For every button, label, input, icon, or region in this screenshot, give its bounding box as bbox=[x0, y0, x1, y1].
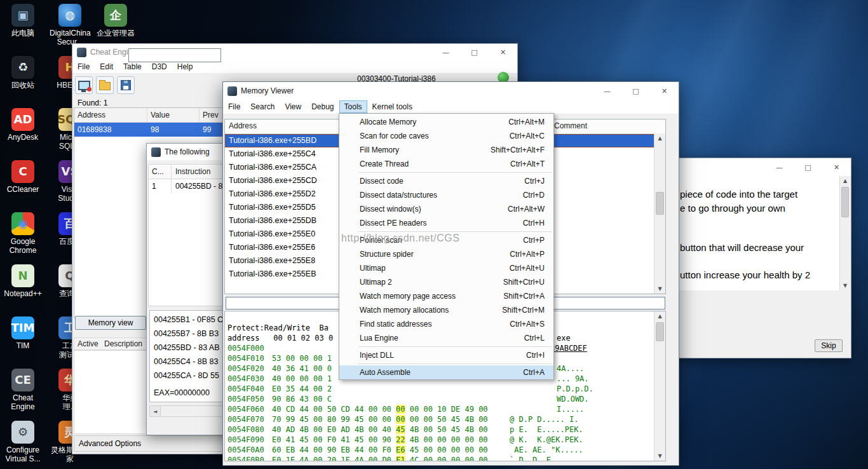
tutorial-text-line: utton increase your health by 2 bbox=[680, 269, 810, 280]
menu-item[interactable]: Search bbox=[245, 100, 280, 113]
menu-item[interactable]: D3D bbox=[147, 60, 172, 73]
minimize-button[interactable]: — bbox=[431, 44, 460, 60]
column-header-description[interactable]: Description bbox=[104, 339, 142, 348]
menu-item[interactable]: Edit bbox=[95, 60, 118, 73]
close-button[interactable]: ✕ bbox=[489, 44, 517, 60]
desktop-icon[interactable]: ⚙ Configure Virtual S... bbox=[3, 421, 43, 469]
column-header-value[interactable]: Value bbox=[147, 108, 200, 122]
menu-item[interactable]: Ultimap Ctrl+Alt+U bbox=[339, 261, 553, 275]
desktop-icon[interactable]: ♻ 回收站 bbox=[3, 56, 43, 105]
desktop-icon[interactable]: ◉ Google Chrome bbox=[3, 212, 43, 262]
tutorial-text-line: e to go through your own bbox=[680, 203, 785, 214]
desktop-icon-image: ◉ bbox=[11, 212, 34, 235]
desktop-icon[interactable]: N Notepad++ bbox=[3, 264, 43, 314]
desktop-icon-image: AD bbox=[11, 108, 34, 131]
menu-item[interactable]: Structure spider Ctrl+Alt+P bbox=[339, 247, 553, 261]
menu-item[interactable]: Debug bbox=[306, 100, 339, 113]
minimize-button[interactable]: — bbox=[765, 158, 794, 176]
desktop-root: { "watermark": "http://blog.csdn.net/CGS… bbox=[0, 0, 868, 469]
desktop-icon[interactable]: ▣ 此电脑 bbox=[3, 4, 43, 53]
menu-item-shortcut: Ctrl+L bbox=[524, 331, 545, 345]
menu-item[interactable]: Help bbox=[172, 60, 198, 73]
skip-button[interactable]: Skip bbox=[815, 339, 843, 352]
vertical-scrollbar[interactable]: ▲ ▼ bbox=[654, 311, 665, 461]
menu-item-shortcut: Ctrl+Alt+T bbox=[510, 157, 545, 171]
maximize-button[interactable]: □ bbox=[794, 158, 822, 176]
hex-row[interactable]: 0054F060 70 99 45 00 80 99 45 00 00 00 0… bbox=[225, 394, 665, 404]
desktop-icon[interactable]: C CCleaner bbox=[3, 160, 43, 210]
save-table-button[interactable] bbox=[117, 76, 135, 94]
close-button[interactable]: ✕ bbox=[822, 158, 851, 176]
desktop-icon-column-1: ▣ 此电脑 ♻ 回收站 AD AnyDesk C CCleaner ◉ Goog… bbox=[3, 4, 43, 469]
desktop-icon-label: Notepad++ bbox=[3, 289, 43, 298]
menu-item[interactable]: Lua Engine Ctrl+L bbox=[339, 331, 553, 345]
hex-row[interactable]: 0054F070 40 AD 4B 00 E0 AD 4B 00 40 45 4… bbox=[225, 404, 665, 414]
hex-row[interactable]: 0054F080 E0 41 45 00 F0 41 45 00 90 22 4… bbox=[225, 414, 665, 425]
minimize-button[interactable]: — bbox=[593, 82, 621, 100]
scroll-up-icon[interactable]: ▲ bbox=[840, 176, 850, 186]
menu-item[interactable]: Scan for code caves Ctrl+Alt+C bbox=[339, 129, 553, 143]
column-header-comment[interactable]: Comment bbox=[554, 121, 587, 130]
hex-byte-highlighted[interactable]: F1 bbox=[396, 456, 405, 461]
menu-item[interactable]: Allocate Memory Ctrl+Alt+M bbox=[339, 115, 553, 129]
hex-row[interactable]: 0054F0B0 C0 12 4C 00 00 00 00 00 D0 2B 4… bbox=[225, 445, 665, 455]
menu-item[interactable]: Inject DLL Ctrl+I bbox=[339, 348, 553, 362]
hex-row[interactable]: 0054F0A0 E0 1E 4A 00 20 1F 4A 00 D0 F1 4… bbox=[225, 435, 665, 445]
menu-item[interactable]: File bbox=[223, 100, 245, 113]
memory-view-button[interactable]: Memory view bbox=[75, 316, 146, 330]
menu-item[interactable]: Auto Assemble Ctrl+A bbox=[339, 365, 553, 379]
desktop-icon-glyph: AD bbox=[14, 114, 32, 125]
menu-item[interactable]: File bbox=[72, 60, 95, 73]
column-header-count[interactable]: C... bbox=[149, 165, 172, 179]
scrollbar-thumb[interactable] bbox=[841, 187, 849, 217]
scan-value-input[interactable] bbox=[128, 48, 221, 62]
scroll-down-icon[interactable]: ▼ bbox=[654, 284, 665, 294]
menu-item[interactable]: Create Thread Ctrl+Alt+T bbox=[339, 157, 553, 171]
menu-item[interactable]: Fill Memory Shift+Ctrl+Alt+F bbox=[339, 143, 553, 157]
folder-icon bbox=[99, 82, 111, 90]
scrollbar-thumb[interactable] bbox=[656, 192, 664, 215]
vertical-scrollbar[interactable]: ▲ ▼ bbox=[654, 133, 665, 294]
menu-item-label: Watch memory page access bbox=[360, 289, 456, 303]
menu-item-label: Fill Memory bbox=[360, 143, 399, 157]
menu-item[interactable]: Table bbox=[118, 60, 147, 73]
scroll-left-icon[interactable]: ◄ bbox=[150, 406, 161, 416]
desktop-icon[interactable]: AD AnyDesk bbox=[3, 108, 43, 158]
open-table-button[interactable] bbox=[96, 76, 114, 94]
menu-item[interactable]: Watch memory page access Shift+Ctrl+A bbox=[339, 289, 553, 303]
close-button[interactable]: ✕ bbox=[650, 82, 679, 100]
menu-item[interactable]: Tools bbox=[339, 100, 367, 113]
menu-item-label: Dissect window(s) bbox=[360, 202, 421, 216]
scroll-down-icon[interactable]: ▼ bbox=[654, 451, 665, 461]
menu-item-label: Dissect code bbox=[360, 174, 403, 188]
menu-item[interactable]: Dissect code Ctrl+J bbox=[339, 174, 553, 188]
scroll-up-icon[interactable]: ▲ bbox=[654, 311, 665, 321]
menu-item[interactable]: Watch memory allocations Shift+Ctrl+M bbox=[339, 303, 553, 317]
hex-row[interactable]: 0054F090 60 EB 44 00 90 EB 44 00 F0 E6 4… bbox=[225, 425, 665, 435]
scrollbar-thumb[interactable] bbox=[656, 322, 664, 341]
menu-item[interactable]: Ultimap 2 Shift+Ctrl+U bbox=[339, 275, 553, 289]
column-header-active[interactable]: Active bbox=[78, 339, 98, 348]
menu-item[interactable]: Dissect data/structures Ctrl+D bbox=[339, 188, 553, 202]
menu-item[interactable]: Dissect window(s) Ctrl+Alt+W bbox=[339, 202, 553, 216]
scroll-up-icon[interactable]: ▲ bbox=[654, 133, 665, 143]
menu-item[interactable]: Dissect PE headers Ctrl+H bbox=[339, 216, 553, 230]
desktop-icon-label: Google Chrome bbox=[3, 237, 43, 255]
menu-item[interactable]: Kernel tools bbox=[367, 100, 417, 113]
maximize-button[interactable]: □ bbox=[460, 44, 489, 60]
maximize-button[interactable]: □ bbox=[621, 82, 650, 100]
hex-row[interactable]: 0054F050 40 CD 44 00 50 CD 44 00 00 00 0… bbox=[225, 384, 665, 394]
menu-item-label: Lua Engine bbox=[360, 331, 398, 345]
menu-item[interactable]: View bbox=[280, 100, 306, 113]
menu-item-shortcut: Ctrl+Alt+P bbox=[510, 247, 545, 261]
column-header-address[interactable]: Address bbox=[74, 108, 147, 122]
desktop-icon[interactable]: TIM TIM bbox=[3, 316, 43, 366]
desktop-icon-glyph: 企 bbox=[110, 10, 121, 21]
vertical-scrollbar[interactable]: ▲ ▼ bbox=[839, 176, 850, 290]
desktop-icon[interactable]: CE Cheat Engine bbox=[3, 369, 43, 418]
menu-item[interactable]: Find static addresses Ctrl+Alt+S bbox=[339, 317, 553, 331]
menu-item-shortcut: Ctrl+Alt+U bbox=[510, 261, 545, 275]
column-header-address[interactable]: Address bbox=[229, 121, 257, 130]
select-process-button[interactable] bbox=[75, 76, 93, 94]
scroll-down-icon[interactable]: ▼ bbox=[840, 281, 850, 290]
